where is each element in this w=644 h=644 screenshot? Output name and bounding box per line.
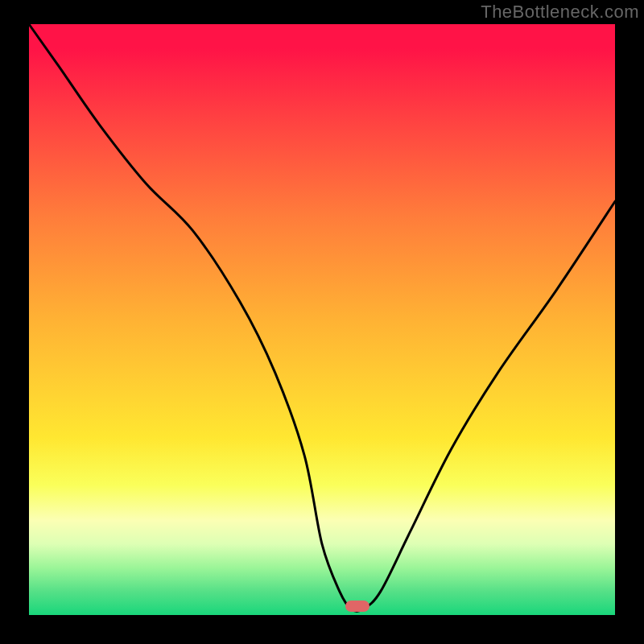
watermark-text: TheBottleneck.com: [481, 2, 639, 23]
bottleneck-curve: [29, 24, 615, 615]
plot-area: [29, 24, 615, 615]
chart-frame: TheBottleneck.com: [0, 0, 644, 644]
optimal-marker: [345, 601, 369, 612]
